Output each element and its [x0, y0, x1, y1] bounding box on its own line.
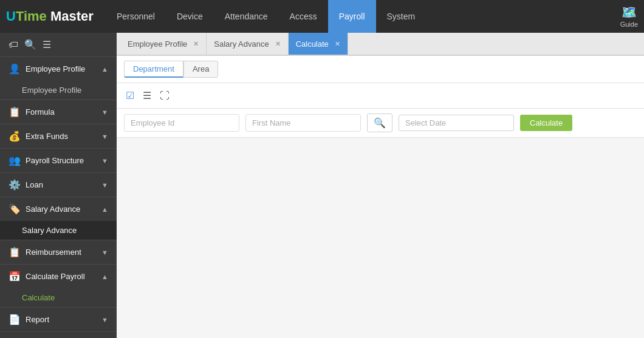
nav-personnel[interactable]: Personnel — [106, 0, 166, 33]
first-name-input[interactable] — [245, 114, 361, 132]
sidebar-payroll-structure-label: Payroll Structure — [26, 156, 84, 165]
employee-id-input[interactable] — [124, 114, 239, 132]
tab-employee-profile[interactable]: Employee Profile ✕ — [120, 33, 207, 55]
sidebar-header-employee-profile[interactable]: 👤 Employee Profile ▲ — [0, 57, 117, 81]
guide-label: Guide — [620, 21, 638, 28]
logo: U Time Master — [6, 8, 94, 24]
chevron-down-icon-5: ▼ — [101, 249, 108, 256]
select-date-input[interactable] — [399, 115, 514, 131]
sidebar-header-report[interactable]: 📄 Report ▼ — [0, 308, 117, 331]
chevron-up-icon-3: ▲ — [101, 273, 108, 280]
sidebar-section-payroll-structure: 👥 Payroll Structure ▼ — [0, 149, 117, 173]
chevron-down-icon-4: ▼ — [101, 181, 108, 189]
main-content — [117, 138, 644, 338]
sidebar-header-formula[interactable]: 📋 Formula ▼ — [0, 100, 117, 124]
sidebar-header-calculate-payroll[interactable]: 📅 Calculate Payroll ▲ — [0, 265, 117, 288]
sidebar-section-report: 📄 Report ▼ — [0, 308, 117, 332]
sidebar-employee-profile-label: Employee Profile — [26, 64, 85, 73]
sidebar-extra-funds-label: Extra Funds — [26, 132, 68, 141]
logo-u: U — [6, 8, 16, 24]
dept-area-tabs: Department Area — [124, 61, 218, 78]
tab-calculate-label: Calculate — [296, 39, 329, 49]
sidebar-header-loan[interactable]: ⚙️ Loan ▼ — [0, 173, 117, 197]
search-icon-btn: 🔍 — [374, 118, 386, 128]
tabs-bar: Employee Profile ✕ Salary Advance ✕ Calc… — [117, 33, 644, 56]
filter-row: Department Area — [117, 56, 644, 83]
nav-device[interactable]: Device — [166, 0, 214, 33]
top-nav: U Time Master Personnel Device Attendanc… — [0, 0, 644, 33]
reimbursement-icon: 📋 — [9, 246, 21, 258]
sidebar-section-salary-advance: 🏷️ Salary Advance ▲ Salary Advance — [0, 197, 117, 240]
content-area: Employee Profile ✕ Salary Advance ✕ Calc… — [117, 33, 644, 338]
tab-calculate[interactable]: Calculate ✕ — [289, 33, 348, 55]
extra-funds-icon: 💰 — [9, 130, 21, 142]
nav-system[interactable]: System — [376, 0, 426, 33]
guide-button[interactable]: 🗺️ Guide — [620, 5, 638, 28]
sidebar-header-extra-funds[interactable]: 💰 Extra Funds ▼ — [0, 124, 117, 148]
sidebar-top-icons: 🏷 🔍 ☰ — [0, 33, 117, 57]
tab-employee-profile-label: Employee Profile — [128, 39, 187, 49]
chevron-down-icon-6: ▼ — [101, 316, 108, 323]
sidebar-report-label: Report — [26, 315, 49, 324]
sidebar-reimbursement-label: Reimbursement — [26, 248, 81, 257]
salary-advance-icon: 🏷️ — [9, 203, 21, 215]
sidebar-section-formula: 📋 Formula ▼ — [0, 100, 117, 124]
sidebar-section-extra-funds: 💰 Extra Funds ▼ — [0, 124, 117, 149]
dept-tab[interactable]: Department — [124, 61, 183, 78]
logo-master: Master — [50, 8, 94, 24]
sidebar: 🏷 🔍 ☰ 👤 Employee Profile ▲ Employee Prof… — [0, 33, 117, 338]
tab-salary-advance[interactable]: Salary Advance ✕ — [207, 33, 288, 55]
tab-employee-profile-close[interactable]: ✕ — [193, 40, 199, 48]
formula-icon: 📋 — [9, 106, 21, 118]
tab-calculate-close[interactable]: ✕ — [335, 40, 340, 48]
sidebar-header-configurations[interactable]: ⚙️ Configurations ▼ — [0, 332, 117, 338]
sidebar-section-loan: ⚙️ Loan ▼ — [0, 173, 117, 197]
list-icon[interactable]: ☰ — [43, 39, 51, 50]
logo-time: Time — [16, 8, 47, 24]
main-layout: 🏷 🔍 ☰ 👤 Employee Profile ▲ Employee Prof… — [0, 33, 644, 338]
loan-icon: ⚙️ — [9, 179, 21, 191]
nav-attendance[interactable]: Attendance — [214, 0, 279, 33]
search-icon[interactable]: 🔍 — [24, 39, 36, 50]
sidebar-header-reimbursement[interactable]: 📋 Reimbursement ▼ — [0, 240, 117, 264]
sidebar-section-calculate-payroll: 📅 Calculate Payroll ▲ Calculate — [0, 265, 117, 308]
employee-profile-icon: 👤 — [9, 63, 21, 75]
sidebar-salary-advance-label: Salary Advance — [26, 204, 80, 214]
chevron-down-icon-2: ▼ — [101, 133, 108, 140]
nav-items: Personnel Device Attendance Access Payro… — [106, 0, 620, 33]
sidebar-calculate-payroll-label: Calculate Payroll — [26, 272, 85, 281]
payroll-structure-icon: 👥 — [9, 155, 21, 166]
sidebar-formula-label: Formula — [26, 107, 55, 117]
sidebar-item-salary-advance[interactable]: Salary Advance — [0, 221, 117, 240]
checkbox-view-icon[interactable]: ☑ — [124, 88, 136, 103]
sidebar-item-employee-profile[interactable]: Employee Profile — [0, 81, 117, 100]
sidebar-item-calculate[interactable]: Calculate — [0, 288, 117, 307]
chevron-up-icon-2: ▲ — [101, 206, 108, 213]
chevron-down-icon-3: ▼ — [101, 157, 108, 164]
nav-payroll[interactable]: Payroll — [328, 0, 376, 33]
tab-salary-advance-close[interactable]: ✕ — [275, 40, 281, 48]
guide-icon: 🗺️ — [622, 5, 637, 19]
calculate-button[interactable]: Calculate — [520, 115, 572, 131]
tree-view-icon[interactable]: ⛶ — [158, 89, 171, 103]
chevron-up-icon: ▲ — [101, 66, 108, 73]
view-icons-row: ☑ ☰ ⛶ — [117, 83, 644, 109]
area-tab[interactable]: Area — [183, 61, 218, 78]
sidebar-section-employee-profile: 👤 Employee Profile ▲ Employee Profile — [0, 57, 117, 100]
list-view-icon[interactable]: ☰ — [141, 88, 153, 103]
tag-icon[interactable]: 🏷 — [9, 39, 18, 50]
search-button[interactable]: 🔍 — [367, 113, 392, 132]
sidebar-header-salary-advance[interactable]: 🏷️ Salary Advance ▲ — [0, 197, 117, 221]
tab-salary-advance-label: Salary Advance — [214, 39, 269, 49]
sidebar-section-configurations: ⚙️ Configurations ▼ — [0, 332, 117, 338]
nav-access[interactable]: Access — [279, 0, 328, 33]
chevron-down-icon: ▼ — [101, 109, 108, 116]
sidebar-header-payroll-structure[interactable]: 👥 Payroll Structure ▼ — [0, 149, 117, 172]
calculate-payroll-icon: 📅 — [9, 271, 21, 282]
sidebar-section-reimbursement: 📋 Reimbursement ▼ — [0, 240, 117, 265]
search-filter-area: 🔍 Calculate — [117, 109, 644, 138]
report-icon: 📄 — [9, 314, 21, 325]
sidebar-loan-label: Loan — [26, 180, 43, 189]
